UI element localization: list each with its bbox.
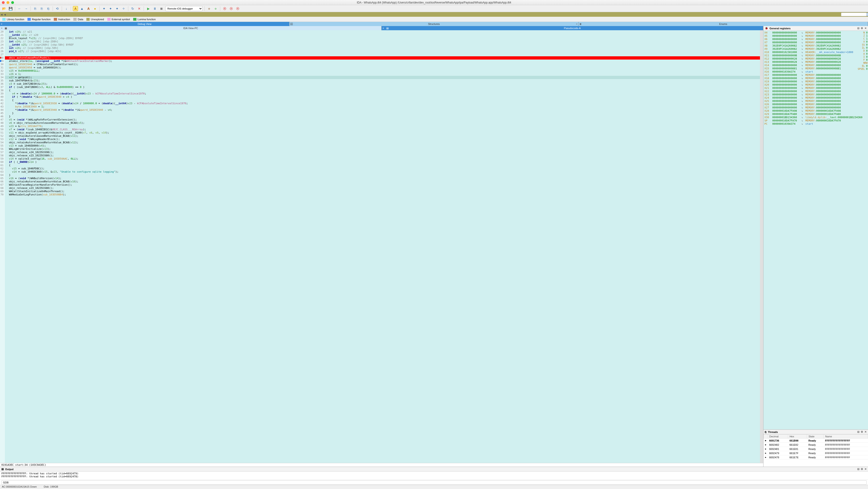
code-line[interactable]: if ( (sub_10472BD0C(v3, 4LL) & 0x8000000… bbox=[5, 86, 760, 89]
code-line[interactable]: v4 = (double)v24 / 1000000.0 + (double)(… bbox=[5, 92, 760, 95]
code-line[interactable]: WAStackTraceRegisterHandlersForVersion()… bbox=[5, 183, 760, 187]
text-highlight-button[interactable]: A bbox=[73, 6, 78, 11]
jump-icon[interactable]: ↳ bbox=[802, 31, 804, 34]
cancel-button[interactable]: ✕ bbox=[137, 6, 142, 11]
nav-left2-icon[interactable]: ◀ bbox=[3, 13, 6, 16]
stop-button[interactable]: ⏹ bbox=[159, 6, 164, 11]
code-line[interactable]: WALogWriterInitialize(v13); bbox=[5, 148, 760, 151]
line-number[interactable]: 42 bbox=[0, 102, 3, 105]
column-header[interactable]: Hex bbox=[788, 434, 807, 438]
jump-icon[interactable]: ↳ bbox=[802, 109, 804, 112]
step-into-button[interactable]: ↓ bbox=[64, 6, 69, 11]
nav-up-icon[interactable]: ▲ bbox=[80, 6, 85, 11]
minimize-window-button[interactable] bbox=[6, 1, 9, 4]
tool-button-9[interactable]: ↻ bbox=[130, 6, 135, 11]
line-number[interactable]: 34 bbox=[0, 76, 3, 79]
code-line[interactable]: v14 = sqlite3_config(16, sub_103D50AAC, … bbox=[5, 157, 760, 161]
code-line[interactable]: v5 = (void *)WALogPathForCurrentExtensio… bbox=[5, 118, 760, 122]
jump-icon[interactable]: ↳ bbox=[802, 64, 804, 67]
jump-icon[interactable]: ↳ bbox=[802, 87, 804, 90]
code-line[interactable]: int v20; // w21 bbox=[5, 30, 760, 33]
line-number[interactable]: 48 bbox=[0, 122, 3, 125]
register-row[interactable]: X190000000000000000↳MEMORY:0000000000000… bbox=[765, 80, 867, 83]
panel-min-icon[interactable]: ⊟ bbox=[857, 27, 859, 30]
line-number[interactable]: 41 bbox=[0, 99, 3, 102]
panel-close-icon[interactable]: ✕ bbox=[865, 430, 867, 433]
register-row[interactable]: X240000000000000000↳MEMORY:0000000000000… bbox=[765, 96, 867, 100]
line-number[interactable]: 23 bbox=[0, 40, 3, 43]
jump-icon[interactable]: ↳ bbox=[802, 67, 804, 70]
line-number[interactable]: 55 bbox=[0, 144, 3, 148]
line-number[interactable]: 60 bbox=[0, 161, 3, 164]
code-line[interactable]: Block_layout *v23; // [xsp+20h] [xbp-2E0… bbox=[5, 37, 760, 40]
line-number[interactable]: 45 bbox=[0, 112, 3, 115]
text-box-button[interactable]: A bbox=[86, 6, 91, 11]
circle-icon[interactable]: ● bbox=[92, 6, 98, 11]
jump-icon[interactable]: ↳ bbox=[802, 122, 804, 126]
jump-icon[interactable]: ↳ bbox=[802, 61, 804, 64]
line-number[interactable]: 46 bbox=[0, 115, 3, 118]
code-line[interactable]: v23 = &stru_1053A4770; bbox=[5, 125, 760, 128]
code-line[interactable]: v27 = getpid(); bbox=[5, 76, 760, 79]
register-row[interactable]: X9392E0FC41A260082↳MEMORY:392E0FC41A2600… bbox=[765, 47, 867, 51]
close-window-button[interactable] bbox=[2, 1, 5, 4]
code-line[interactable]: WAMediaSetLogFunction(sub_103D50BB4); bbox=[5, 193, 760, 196]
line-number[interactable]: 28 bbox=[0, 56, 3, 60]
line-number[interactable]: 39 bbox=[0, 92, 3, 95]
threads-table[interactable]: DecimalHexStateName▸6691736661B98ReadyFF… bbox=[764, 434, 868, 467]
tab-debug-view[interactable]: × Debug View bbox=[0, 22, 289, 26]
line-number[interactable]: 32 bbox=[0, 69, 3, 73]
code-line[interactable]: v12 = (void *)WALogHeaderBlock(); bbox=[5, 138, 760, 141]
close-icon[interactable]: × bbox=[576, 23, 578, 25]
register-row[interactable]: X170000000000000000↳MEMORY:0000000000000… bbox=[765, 73, 867, 77]
register-row[interactable]: X70000000000000000↳MEMORY:00000000000000… bbox=[765, 41, 867, 44]
register-row[interactable]: X40000000000000000↳MEMORY:00000000000000… bbox=[765, 31, 867, 34]
panel-settings-icon[interactable]: ⚙ bbox=[861, 27, 863, 30]
column-header[interactable]: Decimal bbox=[768, 434, 788, 438]
code-line[interactable]: v3 = sub_10472BD30(&v25); bbox=[5, 83, 760, 86]
thread-row[interactable]: ▸6692479661E7FReadyFFFFFFFFFFFFFFFF bbox=[764, 451, 868, 455]
command-input[interactable] bbox=[1, 480, 867, 485]
line-number[interactable]: 29 bbox=[0, 60, 3, 63]
jump-icon[interactable]: ↳ bbox=[802, 73, 804, 77]
register-row[interactable]: X50000000000000000↳MEMORY:00000000000000… bbox=[765, 34, 867, 38]
line-number[interactable]: 36 bbox=[0, 83, 3, 86]
register-row[interactable]: X28000000016DA7FA98↳MEMORY:000000016DA7F… bbox=[765, 109, 867, 112]
code-line[interactable] bbox=[5, 53, 760, 56]
register-row[interactable]: X120000000080000028↳MEMORY:0000000080000… bbox=[765, 57, 867, 61]
line-number[interactable]: 33 bbox=[0, 73, 3, 76]
debugger-select[interactable]: Remote iOS debugger bbox=[165, 6, 203, 11]
register-row[interactable]: X8392E0FC41A260082↳MEMORY:392E0FC41A2600… bbox=[765, 44, 867, 47]
line-number[interactable]: 24 bbox=[0, 43, 3, 46]
code-line[interactable]: } bbox=[5, 112, 760, 115]
code-line[interactable]: v16 = (void *)WABuildVersion(v14); bbox=[5, 177, 760, 180]
jump-icon[interactable]: ↳ bbox=[802, 106, 804, 109]
line-number[interactable]: 37 bbox=[0, 86, 3, 89]
line-number[interactable]: 66 bbox=[0, 180, 3, 183]
code-line[interactable]: v25 = 0xE00000001LL; bbox=[5, 69, 760, 73]
line-number[interactable]: 61 bbox=[0, 164, 3, 167]
code-line[interactable]: } bbox=[5, 173, 760, 177]
line-number[interactable]: 64 bbox=[0, 173, 3, 177]
line-number[interactable]: 20 bbox=[0, 30, 3, 33]
tool-button-10[interactable]: ⎆ bbox=[207, 6, 212, 11]
register-row[interactable]: X210000000000000000↳MEMORY:0000000000000… bbox=[765, 87, 867, 90]
register-row[interactable]: X200000000000000000↳MEMORY:0000000000000… bbox=[765, 83, 867, 87]
code-line[interactable]: if ( (_DWORD)v14 ) bbox=[5, 161, 760, 164]
code-line[interactable]: qword_105DE3958 = sub_103A66810(); bbox=[5, 66, 760, 69]
vertical-scrollbar[interactable] bbox=[760, 30, 763, 463]
line-number[interactable]: 22 bbox=[0, 37, 3, 40]
code-line[interactable]: v7 = (void *)sub_1046E3D1C(&OBJC_CLASS__… bbox=[5, 128, 760, 131]
tab-structures[interactable]: 🄰 Structures × bbox=[289, 22, 579, 26]
nav-search-input[interactable] bbox=[841, 12, 867, 16]
code-line[interactable]: WACallStackInitializeOnMainThread(); bbox=[5, 190, 760, 193]
code-line[interactable]: objc_retainAutoreleasedReturnValue_BCA8(… bbox=[5, 141, 760, 144]
register-row[interactable]: X11000000000000000B↳MEMORY:0000000000000… bbox=[765, 54, 867, 57]
code-editor[interactable]: 2021222324252627282930313233343536373839… bbox=[0, 30, 763, 463]
line-number[interactable]: 49 bbox=[0, 125, 3, 128]
thread-row[interactable]: ▸6692481661E81ReadyFFFFFFFFFFFFFFFF bbox=[764, 447, 868, 451]
breakpoint-icon[interactable] bbox=[0, 60, 1, 62]
line-number[interactable]: 35 bbox=[0, 79, 3, 83]
tool-button-4[interactable]: ⟲ bbox=[55, 6, 60, 11]
code-line[interactable]: atomic_store(1u, (unsigned __int8 *)&WAS… bbox=[5, 60, 760, 63]
